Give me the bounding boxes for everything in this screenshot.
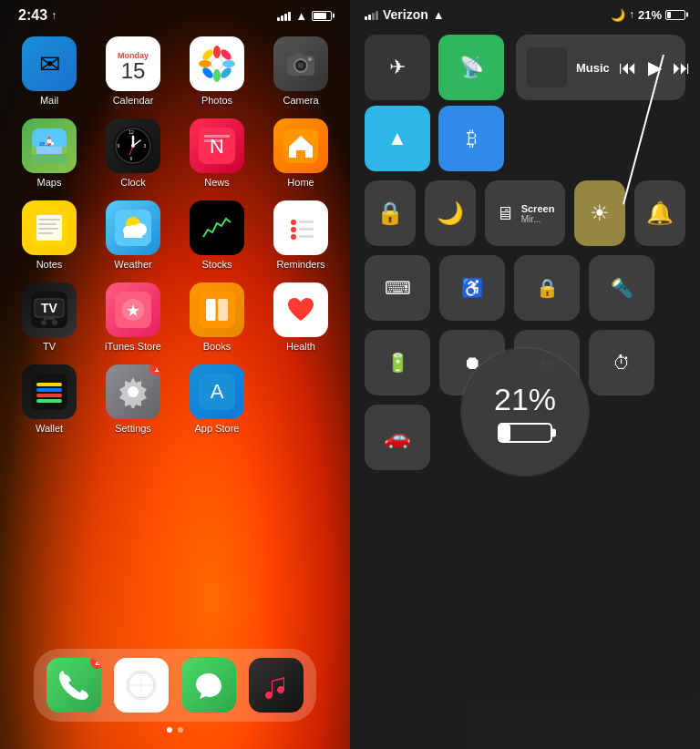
app-appstore[interactable]: A App Store <box>179 364 255 434</box>
svg-rect-50 <box>199 210 235 246</box>
music-controls: ⏮ ▶ ⏭ <box>619 56 691 78</box>
svg-point-3 <box>199 60 211 67</box>
left-phone-panel: 2:43 ↑ ▲ ✉ Mail Monday 15 <box>0 0 350 749</box>
status-icons: ▲ <box>277 9 332 23</box>
app-news[interactable]: N News <box>179 118 255 188</box>
page-dot-2 <box>178 727 183 733</box>
app-reminders[interactable]: Reminders <box>262 200 339 270</box>
mail-label: Mail <box>40 95 58 106</box>
brightness-tile[interactable]: ☀ <box>574 180 625 246</box>
app-settings[interactable]: 1 Settings <box>95 364 171 434</box>
app-clock[interactable]: 12 3 6 9 Clock <box>95 118 171 188</box>
svg-point-21 <box>47 139 52 144</box>
empty-icon <box>273 364 328 419</box>
do-not-disturb-toggle[interactable]: 🌙 <box>425 180 476 246</box>
screen-mirror-label: Screen <box>521 203 555 214</box>
volume-icon: 🔔 <box>646 200 674 226</box>
stocks-icon <box>190 200 244 255</box>
app-wallet[interactable]: Wallet <box>11 364 88 434</box>
maps-label: Maps <box>37 177 62 188</box>
cc-battery-icon <box>665 10 685 20</box>
app-stocks[interactable]: Stocks <box>179 200 255 270</box>
settings-label: Settings <box>115 423 151 434</box>
cc-status-bar: Verizon ▲ 🌙 ↑ 21% <box>350 0 700 26</box>
svg-text:9: 9 <box>118 143 120 149</box>
fastforward-button[interactable]: ⏭ <box>673 57 691 78</box>
cellular-toggle[interactable]: 📡 <box>438 35 504 100</box>
screen-mirror-tile[interactable]: 🖥 Screen Mir... <box>485 180 566 246</box>
cc-bar-1 <box>365 16 367 20</box>
cc-wifi-icon: ▲ <box>433 8 445 22</box>
app-home[interactable]: Home <box>262 118 339 188</box>
svg-text:A: A <box>211 380 224 403</box>
appstore-icon: A <box>190 364 244 419</box>
cellular-icon: 📡 <box>459 56 484 79</box>
app-photos[interactable]: Photos <box>179 36 255 106</box>
app-tv[interactable]: TV TV <box>11 282 88 352</box>
svg-rect-43 <box>38 232 53 234</box>
dock-messages[interactable] <box>181 658 236 713</box>
music-label: Music <box>576 61 610 75</box>
photos-icon <box>190 36 244 91</box>
reminders-icon <box>273 200 328 255</box>
keyboard-icon: ⌨ <box>385 277 411 299</box>
carplay-tile[interactable]: 🚗 <box>365 405 430 470</box>
dock-safari[interactable] <box>114 658 169 713</box>
dock: 2 <box>34 649 316 722</box>
wallet-label: Wallet <box>36 423 63 434</box>
mail-icon: ✉ <box>22 36 77 91</box>
low-battery-tile[interactable]: 🔋 <box>365 330 430 395</box>
settings-badge: 1 <box>149 364 160 375</box>
wifi-toggle[interactable]: ▲ <box>365 106 430 171</box>
status-bar: 2:43 ↑ ▲ <box>0 0 350 27</box>
right-control-center-panel: Verizon ▲ 🌙 ↑ 21% ✈ 📡 ▲ <box>350 0 700 749</box>
rotation-lock-toggle[interactable]: 🔒 <box>365 180 416 246</box>
airplane-mode-toggle[interactable]: ✈ <box>365 35 430 100</box>
timer-tile[interactable]: ⏱ <box>589 330 654 395</box>
page-dots <box>167 727 183 733</box>
app-weather[interactable]: Weather <box>95 200 171 270</box>
keyboard-tile[interactable]: ⌨ <box>365 255 430 321</box>
app-camera[interactable]: Camera <box>262 36 339 106</box>
app-itunes[interactable]: ★ iTunes Store <box>95 282 171 352</box>
bluetooth-icon: ₿ <box>467 127 477 150</box>
bluetooth-toggle[interactable]: ₿ <box>438 106 504 171</box>
music-album-art <box>527 47 567 87</box>
svg-text:3: 3 <box>144 143 147 149</box>
dock-phone[interactable]: 2 <box>46 658 101 713</box>
maps-icon: 280 <box>22 118 77 173</box>
lock-tile-2[interactable]: 🔒 <box>514 255 580 321</box>
svg-rect-14 <box>295 53 303 56</box>
svg-point-1 <box>213 46 221 58</box>
moon-icon: 🌙 <box>437 200 464 226</box>
app-notes[interactable]: Notes <box>11 200 88 270</box>
battery-overlay-percent: 21% <box>494 382 556 417</box>
tv-label: TV <box>43 341 56 352</box>
svg-rect-49 <box>124 233 142 238</box>
accessibility-icon: ♿ <box>461 277 484 299</box>
flashlight-tile[interactable]: 🔦 <box>589 255 654 321</box>
wallet-icon <box>22 364 77 419</box>
app-health[interactable]: Health <box>262 282 339 352</box>
health-label: Health <box>286 341 315 352</box>
dock-music[interactable] <box>249 658 304 713</box>
flashlight-icon: 🔦 <box>611 277 633 299</box>
calendar-label: Calendar <box>113 95 154 106</box>
app-maps[interactable]: 280 Maps <box>11 118 88 188</box>
accessibility-tile[interactable]: ♿ <box>439 255 505 321</box>
svg-point-56 <box>291 234 296 240</box>
stocks-label: Stocks <box>201 259 232 270</box>
weather-icon <box>106 200 160 255</box>
svg-point-32 <box>131 144 135 148</box>
volume-tile[interactable]: 🔔 <box>634 180 685 246</box>
notes-icon <box>22 200 77 255</box>
clock-icon: 12 3 6 9 <box>106 118 160 173</box>
signal-bars <box>277 10 291 21</box>
svg-point-15 <box>308 57 312 61</box>
phone-icon: 2 <box>46 658 101 713</box>
app-mail[interactable]: ✉ Mail <box>11 36 88 106</box>
app-calendar[interactable]: Monday 15 Calendar <box>95 36 171 106</box>
app-books[interactable]: Books <box>179 282 255 352</box>
rewind-button[interactable]: ⏮ <box>619 57 637 78</box>
svg-rect-76 <box>36 399 62 403</box>
